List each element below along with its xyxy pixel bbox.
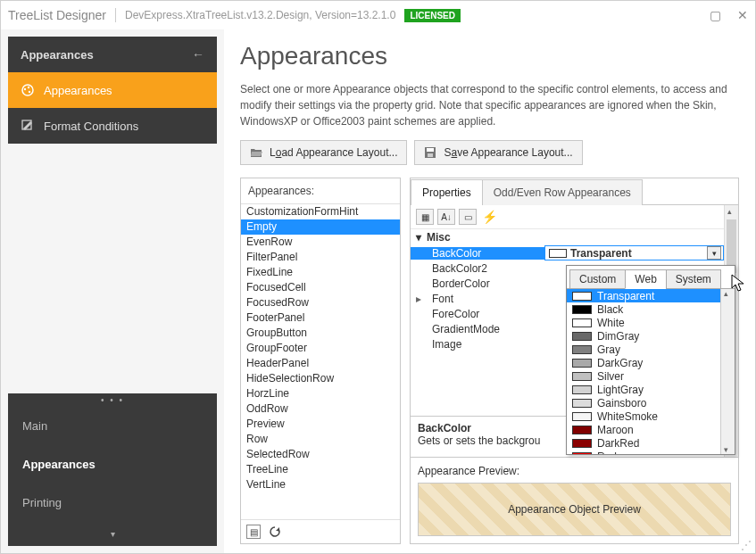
- color-tab-custom[interactable]: Custom: [569, 269, 626, 289]
- color-option[interactable]: LightGray: [567, 383, 720, 396]
- appearance-list[interactable]: CustomizationFormHintEmptyEvenRowFilterP…: [241, 204, 400, 519]
- sidebar-item-appearances[interactable]: Appearances: [8, 72, 217, 108]
- preview-text: Appearance Object Preview: [508, 503, 641, 516]
- preview-section: Appearance Preview: Appearance Object Pr…: [411, 457, 738, 543]
- list-item[interactable]: Row: [241, 432, 400, 447]
- category-label: Misc: [427, 231, 451, 244]
- app-title: TreeList Designer: [8, 8, 106, 22]
- list-item[interactable]: FilterPanel: [241, 250, 400, 265]
- sidebar-item-format-conditions[interactable]: Format Conditions: [8, 108, 217, 144]
- sidebar-item-label: Format Conditions: [44, 120, 138, 133]
- collapse-icon[interactable]: ←: [192, 47, 204, 62]
- color-swatch: [572, 426, 592, 434]
- title-separator: [115, 8, 116, 22]
- color-swatch: [572, 292, 592, 301]
- list-item[interactable]: FixedLine: [241, 265, 400, 280]
- color-name: LightGray: [597, 384, 644, 396]
- color-option[interactable]: Black: [567, 302, 720, 316]
- color-option[interactable]: Red: [567, 450, 720, 454]
- property-pages-button[interactable]: ▭: [459, 209, 477, 225]
- list-item[interactable]: HideSelectionRow: [241, 371, 400, 386]
- close-button[interactable]: ✕: [737, 8, 748, 22]
- list-item[interactable]: HeaderPanel: [241, 356, 400, 371]
- color-tab-system[interactable]: System: [666, 269, 721, 289]
- color-option[interactable]: DimGray: [567, 329, 720, 343]
- color-name: DimGray: [597, 330, 639, 343]
- color-swatch: [572, 452, 592, 455]
- color-option[interactable]: DarkRed: [567, 436, 720, 450]
- color-tab-web[interactable]: Web: [625, 269, 666, 289]
- list-item[interactable]: SelectedRow: [241, 447, 400, 462]
- color-option[interactable]: Maroon: [567, 423, 720, 436]
- list-item[interactable]: FooterPanel: [241, 310, 400, 326]
- color-picker-popup: Custom Web System TransparentBlackWhiteD…: [566, 265, 735, 455]
- panels: Appearances: CustomizationFormHintEmptyE…: [240, 178, 739, 544]
- select-all-button[interactable]: ▤: [246, 525, 261, 539]
- list-item[interactable]: HorzLine: [241, 386, 400, 401]
- svg-point-2: [28, 87, 29, 88]
- assembly-info: DevExpress.XtraTreeList.v13.2.Design, Ve…: [125, 9, 395, 21]
- color-option[interactable]: Gray: [567, 343, 720, 356]
- color-swatch: [572, 385, 592, 394]
- folder-open-icon: [250, 146, 262, 159]
- nav-main[interactable]: Main: [8, 407, 217, 445]
- list-item[interactable]: GroupFooter: [241, 341, 400, 356]
- list-item[interactable]: VertLine: [241, 477, 400, 492]
- list-item[interactable]: TreeLine: [241, 462, 400, 477]
- refresh-button[interactable]: [268, 525, 282, 539]
- list-item[interactable]: FocusedCell: [241, 280, 400, 295]
- color-swatch: [572, 305, 592, 314]
- color-option[interactable]: Gainsboro: [567, 396, 720, 409]
- color-swatch: [572, 399, 592, 408]
- list-item[interactable]: Empty: [241, 219, 400, 235]
- appearance-list-panel: Appearances: CustomizationFormHintEmptyE…: [240, 178, 401, 544]
- sidebar-drag-handle[interactable]: • • •: [8, 393, 217, 407]
- color-option[interactable]: Silver: [567, 369, 720, 383]
- main-content: Appearances Select one or more Appearanc…: [224, 29, 755, 553]
- nav-expand-icon[interactable]: ▾: [8, 522, 217, 546]
- tab-odd-even[interactable]: Odd/Even Row Appearances: [482, 179, 643, 205]
- save-layout-label: Save Appearance Layout...: [444, 146, 572, 159]
- load-layout-button[interactable]: Load Appearance Layout...: [240, 140, 407, 165]
- property-row[interactable]: BackColorTransparent▾: [411, 245, 724, 260]
- titlebar: TreeList Designer DevExpress.XtraTreeLis…: [1, 1, 755, 29]
- color-swatch: [572, 359, 592, 368]
- sidebar-gap: [8, 144, 217, 393]
- color-option[interactable]: DarkGray: [567, 356, 720, 369]
- load-layout-label: Load Appearance Layout...: [270, 146, 397, 159]
- nav-printing[interactable]: Printing: [8, 484, 217, 522]
- color-list-scrollbar[interactable]: [720, 289, 735, 454]
- edit-icon: [21, 119, 35, 133]
- window-controls: ▢ ✕: [710, 8, 748, 22]
- designer-window: TreeList Designer DevExpress.XtraTreeLis…: [0, 0, 756, 554]
- maximize-button[interactable]: ▢: [710, 8, 721, 22]
- list-item[interactable]: FocusedRow: [241, 295, 400, 310]
- color-option[interactable]: Transparent: [567, 289, 720, 302]
- color-option[interactable]: White: [567, 316, 720, 329]
- page-description: Select one or more Appearance objects th…: [240, 81, 739, 129]
- list-item[interactable]: OddRow: [241, 401, 400, 417]
- color-list[interactable]: TransparentBlackWhiteDimGrayGrayDarkGray…: [567, 289, 720, 454]
- list-item[interactable]: CustomizationFormHint: [241, 204, 400, 219]
- tab-properties[interactable]: Properties: [411, 179, 483, 205]
- property-toolbar: ▦ A↓ ▭ ⚡: [411, 205, 724, 229]
- collapse-icon[interactable]: ▾: [416, 231, 421, 244]
- alphabetical-button[interactable]: A↓: [437, 209, 455, 225]
- category-row[interactable]: ▾ Misc: [411, 229, 724, 245]
- dropdown-button[interactable]: ▾: [707, 246, 721, 260]
- color-name: DarkRed: [597, 437, 639, 450]
- list-item[interactable]: GroupButton: [241, 326, 400, 341]
- list-item[interactable]: Preview: [241, 417, 400, 432]
- events-button[interactable]: ⚡: [480, 209, 498, 225]
- categorized-button[interactable]: ▦: [416, 209, 434, 225]
- save-layout-button[interactable]: Save Appearance Layout...: [414, 140, 582, 165]
- sidebar-top: Appearances ← Appearances Format Conditi…: [8, 37, 217, 144]
- color-name: Silver: [597, 370, 624, 383]
- svg-rect-6: [427, 148, 434, 152]
- resize-grip[interactable]: ⋰: [741, 539, 752, 551]
- color-option[interactable]: WhiteSmoke: [567, 409, 720, 423]
- nav-appearances[interactable]: Appearances: [8, 445, 217, 484]
- color-swatch: [572, 439, 592, 448]
- svg-rect-7: [428, 153, 433, 157]
- list-item[interactable]: EvenRow: [241, 235, 400, 250]
